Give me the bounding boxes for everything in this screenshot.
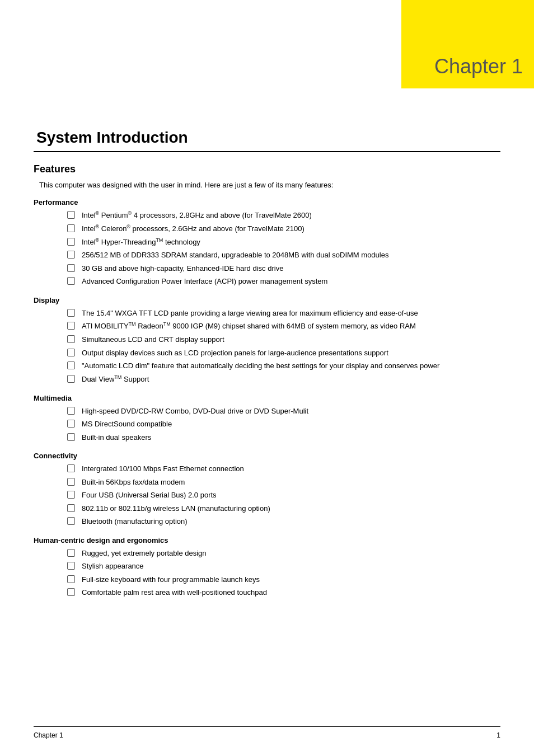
list-item-text: MS DirectSound compatible (82, 419, 500, 430)
bullet-checkbox (67, 478, 75, 486)
bullet-checkbox (67, 588, 75, 596)
chapter-tab: Chapter 1 (401, 0, 534, 88)
list-item-text: The 15.4" WXGA TFT LCD panle providing a… (82, 308, 500, 319)
list-item: Comfortable palm rest area with well-pos… (67, 587, 500, 598)
bullet-checkbox (67, 211, 75, 219)
list-item-text: Simultaneous LCD and CRT display support (82, 334, 500, 345)
footer-right: 1 (496, 731, 500, 739)
list-item-text: 30 GB and above high-capacity, Enhanced-… (82, 263, 500, 274)
display-heading: Display (34, 296, 500, 304)
connectivity-heading: Connectivity (34, 452, 500, 460)
list-item: Four USB (Universal Serial Bus) 2.0 port… (67, 490, 500, 501)
footer-left: Chapter 1 (34, 731, 63, 739)
multimedia-list: High-speed DVD/CD-RW Combo, DVD-Dual dri… (34, 406, 500, 443)
human-centric-section: Human-centric design and ergonomics Rugg… (34, 536, 500, 598)
list-item: MS DirectSound compatible (67, 419, 500, 430)
bullet-checkbox (67, 322, 75, 330)
list-item: "Automatic LCD dim" feature that automat… (67, 360, 500, 372)
list-item-text: Intel® Pentium® 4 processors, 2.8GHz and… (82, 210, 500, 221)
list-item: Intel® Hyper-ThreadingTM technology (67, 237, 500, 248)
bullet-checkbox (67, 407, 75, 415)
bullet-checkbox (67, 277, 75, 285)
page-title: System Introduction (34, 129, 500, 147)
list-item-text: 802.11b or 802.11b/g wireless LAN (manuf… (82, 503, 500, 514)
list-item-text: Bluetooth (manufacturing option) (82, 516, 500, 527)
bullet-checkbox (67, 349, 75, 356)
performance-section: Performance Intel® Pentium® 4 processors… (34, 198, 500, 287)
list-item: Advanced Configuration Power Interface (… (67, 276, 500, 287)
list-item-text: Rugged, yet extremely portable design (82, 548, 500, 559)
list-item-text: Built-in dual speakers (82, 432, 500, 443)
bullet-checkbox (67, 375, 75, 383)
list-item: Bluetooth (manufacturing option) (67, 516, 500, 527)
list-item-text: Built-in 56Kbps fax/data modem (82, 477, 500, 488)
bullet-checkbox (67, 361, 75, 369)
content-area: System Introduction Features This comput… (0, 0, 534, 635)
bullet-checkbox (67, 504, 75, 512)
display-list: The 15.4" WXGA TFT LCD panle providing a… (34, 308, 500, 385)
features-section: Features This computer was designed with… (34, 163, 500, 598)
bullet-checkbox (67, 238, 75, 246)
performance-list: Intel® Pentium® 4 processors, 2.8GHz and… (34, 210, 500, 287)
list-item-text: Intergrated 10/100 Mbps Fast Ethernet co… (82, 463, 500, 475)
page: Chapter 1 System Introduction Features T… (0, 0, 534, 756)
connectivity-list: Intergrated 10/100 Mbps Fast Ethernet co… (34, 463, 500, 527)
list-item: ATI MOBILITYTM RadeonTM 9000 IGP (M9) ch… (67, 321, 500, 332)
list-item: Intergrated 10/100 Mbps Fast Ethernet co… (67, 463, 500, 475)
list-item: Output display devices such as LCD proje… (67, 348, 500, 359)
list-item-text: ATI MOBILITYTM RadeonTM 9000 IGP (M9) ch… (82, 321, 500, 332)
list-item-text: 256/512 MB of DDR333 SDRAM standard, upg… (82, 250, 500, 261)
list-item: Built-in 56Kbps fax/data modem (67, 477, 500, 488)
bullet-checkbox (67, 264, 75, 272)
chapter-tab-text: Chapter 1 (434, 55, 523, 78)
list-item-text: Comfortable palm rest area with well-pos… (82, 587, 500, 598)
page-footer: Chapter 1 1 (34, 726, 500, 739)
list-item: Rugged, yet extremely portable design (67, 548, 500, 559)
multimedia-section: Multimedia High-speed DVD/CD-RW Combo, D… (34, 394, 500, 443)
list-item: 802.11b or 802.11b/g wireless LAN (manuf… (67, 503, 500, 514)
bullet-checkbox (67, 433, 75, 441)
bullet-checkbox (67, 562, 75, 570)
features-heading: Features (34, 163, 500, 175)
list-item: Full-size keyboard with four programmabl… (67, 574, 500, 585)
list-item: High-speed DVD/CD-RW Combo, DVD-Dual dri… (67, 406, 500, 417)
list-item: The 15.4" WXGA TFT LCD panle providing a… (67, 308, 500, 319)
bullet-checkbox (67, 420, 75, 428)
connectivity-section: Connectivity Intergrated 10/100 Mbps Fas… (34, 452, 500, 527)
list-item-text: High-speed DVD/CD-RW Combo, DVD-Dual dri… (82, 406, 500, 417)
list-item-text: Stylish appearance (82, 561, 500, 572)
bullet-checkbox (67, 491, 75, 499)
list-item: Intel® Celeron® processors, 2.6GHz and a… (67, 223, 500, 234)
list-item: Stylish appearance (67, 561, 500, 572)
list-item: 256/512 MB of DDR333 SDRAM standard, upg… (67, 250, 500, 261)
list-item: Intel® Pentium® 4 processors, 2.8GHz and… (67, 210, 500, 221)
list-item-text: Four USB (Universal Serial Bus) 2.0 port… (82, 490, 500, 501)
list-item: 30 GB and above high-capacity, Enhanced-… (67, 263, 500, 274)
list-item-text: Full-size keyboard with four programmabl… (82, 574, 500, 585)
bullet-checkbox (67, 517, 75, 525)
human-centric-list: Rugged, yet extremely portable design St… (34, 548, 500, 598)
bullet-checkbox (67, 251, 75, 259)
title-divider (34, 151, 500, 152)
list-item-text: Intel® Celeron® processors, 2.6GHz and a… (82, 223, 500, 234)
performance-heading: Performance (34, 198, 500, 206)
features-intro: This computer was designed with the user… (34, 181, 500, 189)
list-item-text: Output display devices such as LCD proje… (82, 348, 500, 359)
bullet-checkbox (67, 335, 75, 343)
list-item-text: Dual ViewTM Support (82, 374, 500, 385)
multimedia-heading: Multimedia (34, 394, 500, 402)
display-section: Display The 15.4" WXGA TFT LCD panle pro… (34, 296, 500, 385)
bullet-checkbox (67, 309, 75, 317)
list-item-text: Advanced Configuration Power Interface (… (82, 276, 500, 287)
human-centric-heading: Human-centric design and ergonomics (34, 536, 500, 544)
list-item: Simultaneous LCD and CRT display support (67, 334, 500, 345)
bullet-checkbox (67, 549, 75, 557)
list-item-text: Intel® Hyper-ThreadingTM technology (82, 237, 500, 248)
bullet-checkbox (67, 575, 75, 583)
list-item: Built-in dual speakers (67, 432, 500, 443)
list-item: Dual ViewTM Support (67, 374, 500, 385)
list-item-text: "Automatic LCD dim" feature that automat… (82, 360, 500, 372)
bullet-checkbox (67, 464, 75, 472)
bullet-checkbox (67, 224, 75, 232)
